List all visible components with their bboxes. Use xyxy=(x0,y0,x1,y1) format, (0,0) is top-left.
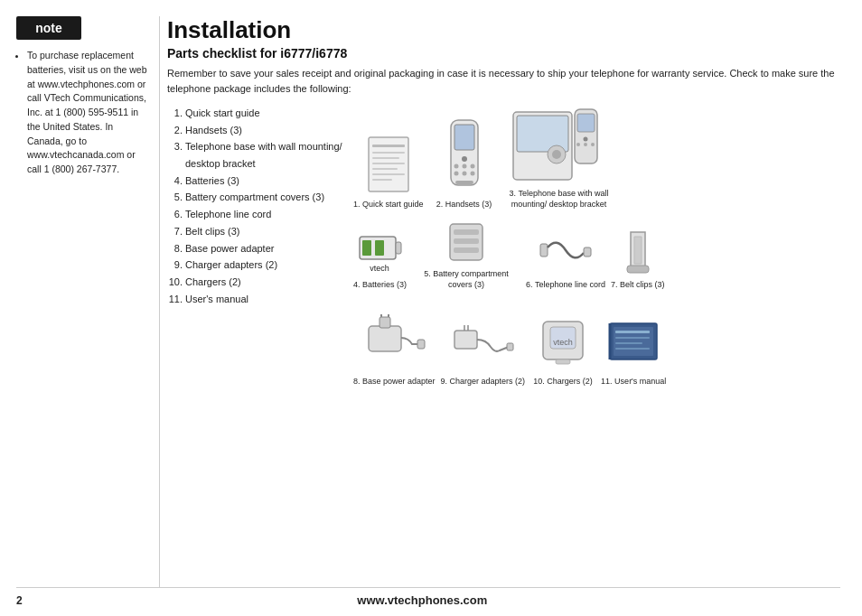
sidebar-note-text: To purchase replacement batteries, visit… xyxy=(27,49,150,177)
svg-rect-36 xyxy=(454,247,479,253)
svg-point-10 xyxy=(462,156,467,162)
note-box: note xyxy=(16,16,81,40)
checklist-item-1: Quick start guide xyxy=(185,105,348,122)
item-chargers: vtech 10. Chargers (2) xyxy=(530,313,595,387)
label-battery-covers: 5. Battery compartment covers (3) xyxy=(412,269,520,290)
item-telephone-base: 3. Telephone base with wall mounting/ de… xyxy=(505,105,614,210)
svg-point-13 xyxy=(470,163,474,168)
svg-point-11 xyxy=(454,163,458,168)
checklist-item-3: Telephone base with wall mounting/ deskt… xyxy=(185,138,348,172)
images-row2: vtech 4. Batteries (3) xyxy=(353,217,840,290)
svg-rect-31 xyxy=(375,240,384,256)
svg-rect-1 xyxy=(372,145,405,147)
svg-rect-2 xyxy=(372,152,405,154)
svg-rect-57 xyxy=(615,342,642,344)
images-row1: 1. Quick start guide xyxy=(353,105,840,210)
batteries-icon: vtech xyxy=(355,228,405,277)
telephone-base-icon xyxy=(511,105,606,186)
item-charger-adapters: 9. Charger adapters (2) xyxy=(441,313,526,387)
svg-rect-5 xyxy=(372,168,398,170)
footer-url: www.vtechphones.com xyxy=(357,593,487,607)
svg-point-27 xyxy=(591,143,595,146)
svg-rect-35 xyxy=(454,238,479,244)
svg-rect-30 xyxy=(362,240,371,256)
svg-point-24 xyxy=(584,137,588,142)
svg-rect-56 xyxy=(615,337,650,339)
images-row3: 8. Base power adapter 9. Charge xyxy=(353,313,840,387)
footer: 2 www.vtechphones.com xyxy=(16,587,840,607)
svg-rect-9 xyxy=(454,125,474,150)
checklist-item-2: Handsets (3) xyxy=(185,122,348,139)
item-line-cord: 6. Telephone line cord xyxy=(526,228,605,291)
item-batteries: vtech 4. Batteries (3) xyxy=(353,228,407,291)
subtitle: Parts checklist for i6777/i6778 xyxy=(167,46,840,61)
item-users-manual: 11. User's manual xyxy=(601,313,666,387)
line-cord-icon xyxy=(539,228,593,277)
chargers-icon: vtech xyxy=(530,313,595,374)
svg-point-16 xyxy=(470,171,474,175)
svg-rect-39 xyxy=(627,266,649,273)
svg-rect-23 xyxy=(577,114,595,132)
users-manual-icon xyxy=(603,313,664,374)
label-users-manual: 11. User's manual xyxy=(601,377,666,387)
checklist-column: Quick start guide Handsets (3) Telephone… xyxy=(167,105,348,390)
svg-point-12 xyxy=(462,163,466,168)
checklist-item-4: Batteries (3) xyxy=(185,173,348,190)
svg-point-14 xyxy=(454,171,458,175)
label-line-cord: 6. Telephone line cord xyxy=(526,280,605,291)
svg-rect-6 xyxy=(372,173,405,175)
svg-rect-3 xyxy=(372,157,399,159)
handsets-icon xyxy=(433,116,496,197)
label-handsets: 2. Handsets (3) xyxy=(436,200,492,210)
content-area: Installation Parts checklist for i6777/i… xyxy=(159,16,840,587)
svg-rect-41 xyxy=(379,317,390,328)
label-quick-start-guide: 1. Quick start guide xyxy=(353,200,424,210)
parts-checklist: Quick start guide Handsets (3) Telephone… xyxy=(167,105,348,307)
svg-text:vtech: vtech xyxy=(553,338,573,347)
svg-rect-40 xyxy=(369,326,401,351)
label-charger-adapters: 9. Charger adapters (2) xyxy=(441,377,526,387)
charger-adapters-icon xyxy=(450,313,515,374)
svg-point-15 xyxy=(462,171,466,175)
checklist-item-9: Charger adapters (2) xyxy=(185,257,348,274)
svg-rect-55 xyxy=(615,331,650,333)
label-batteries: 4. Batteries (3) xyxy=(353,280,407,291)
item-battery-covers: 5. Battery compartment covers (3) xyxy=(412,217,520,290)
battery-covers-icon xyxy=(443,217,490,266)
page-title: Installation xyxy=(167,16,840,44)
svg-rect-48 xyxy=(507,343,513,350)
svg-rect-58 xyxy=(615,348,650,350)
quick-start-guide-icon xyxy=(365,135,412,197)
item-handsets: 2. Handsets (3) xyxy=(433,116,496,210)
svg-rect-38 xyxy=(584,247,591,257)
svg-rect-7 xyxy=(372,179,392,181)
checklist-item-10: Chargers (2) xyxy=(185,274,348,291)
svg-rect-45 xyxy=(454,331,477,349)
checklist-item-5: Battery compartment covers (3) xyxy=(185,189,348,206)
belt-clips-icon xyxy=(614,228,661,277)
checklist-item-8: Base power adapter xyxy=(185,240,348,257)
intro-text: Remember to save your sales receipt and … xyxy=(167,66,840,96)
images-section: 1. Quick start guide xyxy=(353,105,840,390)
checklist-item-7: Belt clips (3) xyxy=(185,223,348,240)
svg-rect-44 xyxy=(417,340,425,349)
svg-point-25 xyxy=(576,143,580,146)
label-chargers: 10. Chargers (2) xyxy=(533,377,593,387)
item-quick-start-guide: 1. Quick start guide xyxy=(353,135,424,210)
page-container: note To purchase replacement batteries, … xyxy=(0,0,862,616)
svg-rect-34 xyxy=(454,229,479,235)
svg-rect-52 xyxy=(556,359,570,364)
svg-rect-29 xyxy=(396,242,401,254)
row2-label-strip xyxy=(353,298,840,307)
checklist-item-6: Telephone line cord xyxy=(185,206,348,223)
svg-rect-17 xyxy=(455,181,473,184)
label-base-power-adapter: 8. Base power adapter xyxy=(353,377,436,387)
svg-point-26 xyxy=(584,143,587,146)
svg-rect-4 xyxy=(372,163,405,164)
main-content: note To purchase replacement batteries, … xyxy=(16,16,840,587)
sidebar: note To purchase replacement batteries, … xyxy=(16,16,159,587)
svg-text:vtech: vtech xyxy=(370,264,389,273)
checklist-item-11: User's manual xyxy=(185,291,348,308)
footer-page-number: 2 xyxy=(16,594,23,607)
label-telephone-base: 3. Telephone base with wall mounting/ de… xyxy=(505,189,614,210)
